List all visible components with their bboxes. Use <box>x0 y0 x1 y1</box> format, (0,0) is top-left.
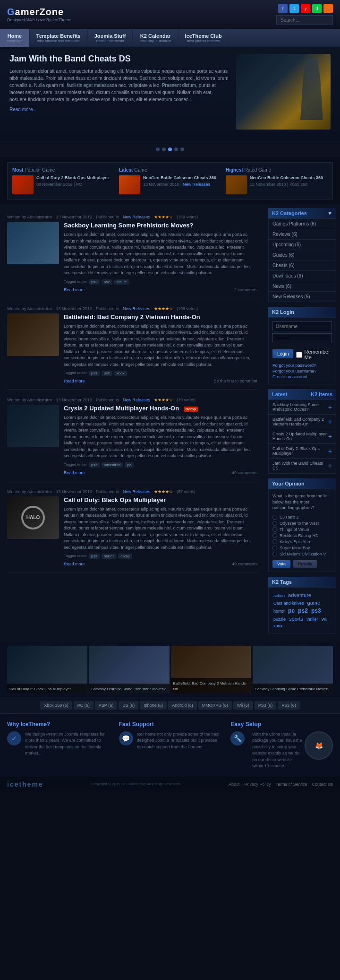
tag-cars-knives[interactable]: Cars and knives <box>273 601 304 606</box>
nav-item-home[interactable]: Home frontpage <box>0 29 30 47</box>
article-3-tag-pc[interactable]: pc <box>125 462 133 468</box>
tag-pc[interactable]: pc <box>288 607 295 614</box>
article-4-category[interactable]: New Releases <box>123 489 150 494</box>
k2-item-1[interactable]: Sackboy Learning Some Prehistoric Moves?… <box>269 400 336 415</box>
tag-xbox[interactable]: xbox <box>273 624 282 628</box>
article-1-category[interactable]: New Releases <box>123 215 150 219</box>
strip-item-2[interactable]: Sackboy Learning Some Prehistoric Moves? <box>89 646 169 693</box>
categories-expand-icon[interactable]: ▼ <box>327 210 332 216</box>
platform-android[interactable]: Android (6) <box>168 701 197 710</box>
category-reviews[interactable]: Reviews (6) <box>269 229 336 240</box>
article-1-tag-ps2[interactable]: ps2 <box>102 279 112 285</box>
tag-game[interactable]: game <box>307 600 321 606</box>
platform-mmorpg[interactable]: MMORPG (6) <box>198 701 232 710</box>
footer-link-terms[interactable]: Terms of Service <box>275 782 307 787</box>
nav-item-calendar[interactable]: K2 Calendar load any JI module <box>133 29 178 47</box>
platform-iphone[interactable]: Iphone (6) <box>140 701 167 710</box>
twitter-icon[interactable]: t <box>289 4 299 13</box>
category-cheats[interactable]: Cheats (6) <box>269 260 336 271</box>
k2-item-5[interactable]: Jam With the Band Cheats DS + <box>269 459 336 473</box>
opinion-option-6[interactable]: Super Meat Boy <box>272 546 332 550</box>
strip-item-4[interactable]: Sackboy Learning Some Prehistoric Moves? <box>253 646 333 693</box>
category-new-releases[interactable]: New Releases (6) <box>269 292 336 302</box>
category-guides[interactable]: Guides (6) <box>269 250 336 260</box>
tag-horror[interactable]: horror <box>273 609 285 614</box>
forgot-password-link[interactable]: Forgot your password? <box>272 363 332 368</box>
article-2-tag-ps3[interactable]: ps3 <box>89 371 100 376</box>
forgot-username-link[interactable]: Forgot your username? <box>272 369 332 373</box>
k2-item-2[interactable]: Battlefield: Bad Company 2 Vietnam Hands… <box>269 415 336 429</box>
platform-ds[interactable]: DS (6) <box>119 701 138 710</box>
hero-readmore-link[interactable]: Read more... <box>9 107 229 112</box>
create-account-link[interactable]: Create an account <box>272 374 332 379</box>
strip-item-1[interactable]: Call of Duty 2: Black Ops Multiplayer <box>7 646 87 693</box>
tag-ps3[interactable]: ps3 <box>311 607 321 614</box>
article-1-title[interactable]: Sackboy Learning Some Prehistoric Moves? <box>64 222 257 229</box>
article-2-readmore[interactable]: Read more <box>64 379 85 383</box>
hero-dot-5[interactable] <box>180 147 184 151</box>
article-4-tag-horror[interactable]: horror <box>102 554 116 559</box>
platform-xbox360[interactable]: Xbox 360 (6) <box>40 701 72 710</box>
article-1-tag-thriller[interactable]: thriller <box>114 279 129 285</box>
password-input[interactable] <box>272 333 332 343</box>
tag-adventure[interactable]: adventure <box>288 592 311 598</box>
article-3-tag-adventure[interactable]: adventure <box>102 462 123 468</box>
article-4-title[interactable]: Call of Duty: Black Ops Multiplayer <box>64 496 257 503</box>
rss-icon[interactable]: r <box>323 4 333 13</box>
facebook-icon[interactable]: f <box>278 4 288 13</box>
hero-dot-3[interactable] <box>168 147 172 151</box>
tag-ps2[interactable]: ps2 <box>298 607 308 614</box>
remember-checkbox[interactable] <box>296 352 302 358</box>
article-3-tag-ps2[interactable]: ps2 <box>89 462 100 468</box>
category-downloads[interactable]: Downloads (6) <box>269 271 336 281</box>
results-button[interactable]: Results <box>293 560 317 568</box>
article-3-readmore[interactable]: Read more <box>64 470 85 475</box>
nav-item-icetheme[interactable]: IceTheme Club best joomla themes <box>178 29 229 47</box>
tag-puzzle[interactable]: puzzle <box>273 617 286 622</box>
youtube-icon[interactable]: y <box>301 4 310 13</box>
footer-link-contact[interactable]: Contact Us <box>312 782 333 787</box>
tag-thriller[interactable]: thriller <box>306 617 318 622</box>
nav-item-joomla[interactable]: Joomla Stuff default elements <box>88 29 133 47</box>
login-button[interactable]: Login <box>272 349 293 358</box>
article-3-title[interactable]: Crysis 2 Updated Multiplayer Hands-On De… <box>64 405 257 412</box>
k2-item-3[interactable]: Crysis 2 Updated Multiplayer Hands-On + <box>269 429 336 444</box>
nav-item-template[interactable]: Template Benefits why choose this templa… <box>30 29 88 47</box>
platform-ps2[interactable]: PS2 (6) <box>278 701 300 710</box>
opinion-option-7[interactable]: Sid Meier's Civilization V <box>272 552 332 556</box>
opinion-option-5[interactable]: Kirby's Epic Yarn <box>272 539 332 544</box>
tag-action[interactable]: action <box>273 593 285 598</box>
article-4-tag-game[interactable]: game <box>118 554 132 559</box>
tag-sports[interactable]: sports <box>289 616 303 622</box>
deviantart-icon[interactable]: d <box>312 4 322 13</box>
hero-dot-4[interactable] <box>174 147 178 151</box>
category-news[interactable]: News (6) <box>269 281 336 292</box>
article-4-readmore[interactable]: Read more <box>64 562 85 566</box>
hero-dot-1[interactable] <box>156 147 160 151</box>
most-popular-game[interactable]: Call of Duty 2 Black Ops Multiplayer 08 … <box>12 175 114 194</box>
platform-pc[interactable]: PC (6) <box>74 701 94 710</box>
category-upcoming[interactable]: Upcoming (6) <box>269 240 336 250</box>
article-2-tag-ps2[interactable]: ps2 <box>102 371 112 376</box>
opinion-option-2[interactable]: Odyssee to the West <box>272 521 332 526</box>
latest-game[interactable]: NeoGeo Battle Coliseum Cheats 360 13 Nov… <box>119 175 221 194</box>
strip-item-3[interactable]: Battlefield: Bad Company 2 Vietnam Hands… <box>171 646 251 693</box>
hero-dot-2[interactable] <box>162 147 166 151</box>
footer-link-about[interactable]: About <box>229 782 240 787</box>
tag-wii[interactable]: wii <box>322 616 328 622</box>
platform-psp[interactable]: PSP (6) <box>95 701 117 710</box>
opinion-option-3[interactable]: Things of Virtue <box>272 527 332 532</box>
username-input[interactable] <box>272 321 332 331</box>
platform-wii[interactable]: Wii (6) <box>233 701 253 710</box>
category-games-platforms[interactable]: Games Platforms (6) <box>269 219 336 229</box>
article-2-tag-xbox[interactable]: xbox <box>114 371 127 376</box>
footer-link-privacy[interactable]: Privacy Policy <box>244 782 271 787</box>
highest-rated-game[interactable]: NeoGeo Battle Coliseum Cheats 360 13 Nov… <box>226 175 328 194</box>
article-1-tag-ps3[interactable]: ps3 <box>89 279 100 285</box>
platform-ps3[interactable]: PS3 (6) <box>255 701 277 710</box>
article-2-title[interactable]: Battlefield: Bad Company 2 Vietnam Hands… <box>64 313 257 321</box>
opinion-option-4[interactable]: Reckless Racing HD <box>272 533 332 538</box>
search-input[interactable] <box>276 15 333 25</box>
article-2-category[interactable]: New Releases <box>123 306 150 311</box>
vote-button[interactable]: Vote <box>272 560 290 568</box>
